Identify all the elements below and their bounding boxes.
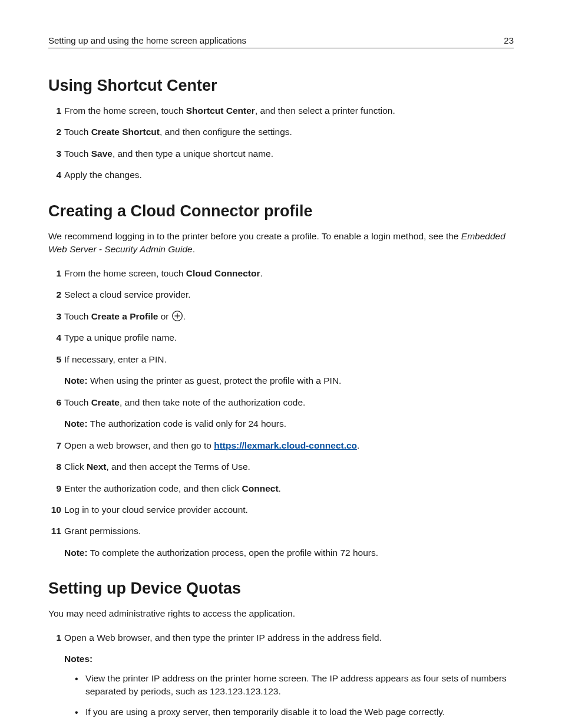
step-text: Apply the changes. bbox=[64, 170, 142, 180]
step-text: . bbox=[357, 440, 359, 450]
step-number: 3 bbox=[48, 147, 61, 160]
list-item: 1 From the home screen, touch Cloud Conn… bbox=[48, 267, 514, 280]
step-number: 2 bbox=[48, 126, 61, 139]
step-number: 7 bbox=[48, 439, 61, 452]
step-number: 5 bbox=[48, 353, 61, 366]
list-item: 6 Touch Create, and then take note of th… bbox=[48, 396, 514, 431]
list-item: 9 Enter the authorization code, and then… bbox=[48, 482, 514, 495]
step-text: . bbox=[183, 311, 186, 321]
step-number: 8 bbox=[48, 460, 61, 473]
step-number: 1 bbox=[48, 267, 61, 280]
note-label: Note: bbox=[64, 375, 88, 386]
list-item: 4 Type a unique profile name. bbox=[48, 331, 514, 344]
step-bold: Connect bbox=[242, 483, 279, 493]
step-text: , and then configure the settings. bbox=[160, 127, 292, 137]
step-text: . bbox=[260, 268, 262, 278]
step-text: From the home screen, touch bbox=[64, 268, 186, 278]
note-text: The authorization code is valid only for… bbox=[88, 419, 286, 429]
step-number: 11 bbox=[48, 525, 61, 538]
step-text: Touch bbox=[64, 149, 91, 159]
intro-text: We recommend logging in to the printer b… bbox=[48, 231, 461, 241]
step-number: 2 bbox=[48, 288, 61, 301]
step-bold: Cloud Connector bbox=[186, 268, 260, 278]
step-text: , and then select a printer function. bbox=[255, 106, 395, 116]
step-text: Grant permissions. bbox=[64, 526, 141, 536]
note-text: To complete the authorization process, o… bbox=[88, 548, 378, 558]
note-label: Note: bbox=[64, 419, 88, 429]
heading-device-quotas: Setting up Device Quotas bbox=[48, 579, 514, 598]
note: Note: To complete the authorization proc… bbox=[64, 546, 514, 559]
step-text: . bbox=[279, 483, 281, 493]
step-number: 3 bbox=[48, 310, 61, 323]
step-bold: Save bbox=[91, 149, 113, 159]
list-item: 7 Open a web browser, and then go to htt… bbox=[48, 439, 514, 452]
step-text: Log in to your cloud service provider ac… bbox=[64, 505, 248, 515]
shortcut-steps: 1 From the home screen, touch Shortcut C… bbox=[48, 104, 514, 182]
step-text: , and then accept the Terms of Use. bbox=[107, 462, 250, 472]
step-bold: Shortcut Center bbox=[186, 106, 255, 116]
list-item: 10 Log in to your cloud service provider… bbox=[48, 503, 514, 516]
list-item: 3 Touch Save, and then type a unique sho… bbox=[48, 147, 514, 160]
list-item: 5 If necessary, enter a PIN. Note: When … bbox=[48, 353, 514, 388]
step-text: Touch bbox=[64, 311, 91, 321]
step-text: Click bbox=[64, 462, 87, 472]
quotas-steps: 1 Open a Web browser, and then type the … bbox=[48, 631, 514, 728]
step-number: 9 bbox=[48, 482, 61, 495]
step-number: 6 bbox=[48, 396, 61, 409]
step-bold: Create Shortcut bbox=[91, 127, 160, 137]
step-text: Touch bbox=[64, 397, 91, 407]
step-text: , and then type a unique shortcut name. bbox=[113, 149, 273, 159]
heading-shortcut-center: Using Shortcut Center bbox=[48, 77, 514, 95]
notes-label: Notes: bbox=[64, 653, 514, 666]
step-text: Enter the authorization code, and then c… bbox=[64, 483, 242, 493]
note: Note: When using the printer as guest, p… bbox=[64, 374, 514, 387]
list-item: 2 Select a cloud service provider. bbox=[48, 288, 514, 301]
list-item: 1 From the home screen, touch Shortcut C… bbox=[48, 104, 514, 117]
step-number: 4 bbox=[48, 331, 61, 344]
cloud-steps: 1 From the home screen, touch Cloud Conn… bbox=[48, 267, 514, 560]
step-text: Open a web browser, and then go to bbox=[64, 440, 214, 450]
step-bold: Create bbox=[91, 397, 120, 407]
step-number: 10 bbox=[48, 503, 61, 516]
bullet-item: If you are using a proxy server, then te… bbox=[75, 706, 514, 719]
step-text: Open a Web browser, and then type the pr… bbox=[64, 633, 382, 643]
list-item: 1 Open a Web browser, and then type the … bbox=[48, 631, 514, 719]
list-item: 11 Grant permissions. Note: To complete … bbox=[48, 525, 514, 559]
list-item: 2 Touch Create Shortcut, and then config… bbox=[48, 126, 514, 139]
note: Note: The authorization code is valid on… bbox=[64, 417, 514, 430]
bullet-item: View the printer IP address on the print… bbox=[75, 672, 514, 699]
page-header: Setting up and using the home screen app… bbox=[48, 35, 514, 48]
step-text: Touch bbox=[64, 127, 91, 137]
step-bold: Next bbox=[87, 462, 107, 472]
step-number: 4 bbox=[48, 169, 61, 182]
plus-circle-icon bbox=[171, 310, 183, 322]
step-text: , and then take note of the authorizatio… bbox=[120, 397, 305, 407]
step-text: or bbox=[158, 311, 171, 321]
notes-bullets: View the printer IP address on the print… bbox=[64, 672, 514, 719]
heading-cloud-connector: Creating a Cloud Connector profile bbox=[48, 202, 514, 220]
quotas-intro: You may need administrative rights to ac… bbox=[48, 607, 514, 620]
list-item: 3 Touch Create a Profile or . bbox=[48, 310, 514, 323]
step-number: 1 bbox=[48, 104, 61, 117]
step-text: If necessary, enter a PIN. bbox=[64, 354, 167, 364]
page-number: 23 bbox=[504, 35, 514, 45]
step-text: Type a unique profile name. bbox=[64, 332, 177, 342]
list-item: 4 Apply the changes. bbox=[48, 169, 514, 182]
step-number: 1 bbox=[48, 631, 61, 644]
step-text: Select a cloud service provider. bbox=[64, 289, 191, 299]
note-text: When using the printer as guest, protect… bbox=[88, 375, 342, 386]
note-label: Note: bbox=[64, 548, 88, 558]
intro-text: . bbox=[193, 244, 195, 254]
list-item: 8 Click Next, and then accept the Terms … bbox=[48, 460, 514, 473]
step-bold: Create a Profile bbox=[91, 311, 158, 321]
step-text: From the home screen, touch bbox=[64, 106, 186, 116]
cloud-connect-link[interactable]: https://lexmark.cloud-connect.co bbox=[214, 440, 357, 450]
header-title: Setting up and using the home screen app… bbox=[48, 35, 246, 45]
cloud-intro: We recommend logging in to the printer b… bbox=[48, 230, 514, 256]
